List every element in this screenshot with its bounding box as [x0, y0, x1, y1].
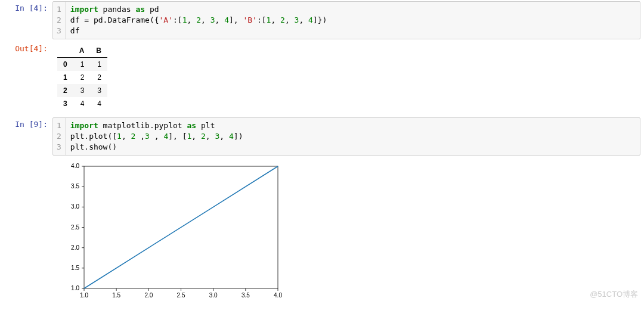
table-row: 011: [57, 58, 107, 72]
svg-text:3.0: 3.0: [71, 203, 79, 210]
input-prompt: In [9]:: [0, 117, 52, 156]
svg-text:4.0: 4.0: [274, 292, 282, 299]
input-prompt: In [4]:: [0, 1, 52, 39]
table-row: 122: [57, 71, 107, 84]
dataframe-table: AB011122233344: [57, 44, 107, 110]
output-prompt-empty: [0, 158, 52, 303]
output-cell-9: 1.01.52.02.53.03.54.01.01.52.02.53.03.54…: [0, 157, 644, 305]
line-gutter: 123: [53, 118, 66, 155]
table-row: 233: [57, 84, 107, 97]
code-content[interactable]: import pandas as pddf = pd.DataFrame({'A…: [66, 2, 640, 39]
table-row: 344: [57, 97, 107, 110]
code-editor[interactable]: 123 import pandas as pddf = pd.DataFrame…: [52, 1, 640, 39]
svg-text:2.5: 2.5: [71, 224, 79, 231]
svg-text:2.0: 2.0: [71, 244, 79, 251]
svg-text:2.5: 2.5: [177, 292, 185, 299]
code-cell-9: In [9]: 123 import matplotlib.pyplot as …: [0, 116, 644, 157]
svg-text:3.5: 3.5: [242, 292, 250, 299]
code-content[interactable]: import matplotlib.pyplot as pltplt.plot(…: [66, 118, 640, 155]
output-area: AB011122233344: [52, 42, 644, 115]
svg-text:3.0: 3.0: [209, 292, 218, 299]
svg-text:1.5: 1.5: [112, 292, 120, 299]
code-editor[interactable]: 123 import matplotlib.pyplot as pltplt.p…: [52, 117, 640, 156]
svg-text:1.0: 1.0: [71, 285, 79, 291]
svg-text:3.5: 3.5: [71, 183, 79, 190]
chart-output: 1.01.52.02.53.03.54.01.01.52.02.53.03.54…: [52, 158, 644, 303]
svg-text:1.0: 1.0: [80, 292, 88, 299]
code-cell-4: In [4]: 123 import pandas as pddf = pd.D…: [0, 0, 644, 41]
output-prompt: Out[4]:: [0, 42, 52, 115]
output-cell-4: Out[4]: AB011122233344: [0, 41, 644, 116]
watermark: @51CTO博客: [590, 289, 638, 300]
svg-text:4.0: 4.0: [71, 163, 79, 169]
svg-text:2.0: 2.0: [144, 292, 153, 299]
line-gutter: 123: [53, 2, 66, 39]
svg-text:1.5: 1.5: [71, 265, 79, 271]
line-chart: 1.01.52.02.53.03.54.01.01.52.02.53.03.54…: [57, 160, 284, 303]
